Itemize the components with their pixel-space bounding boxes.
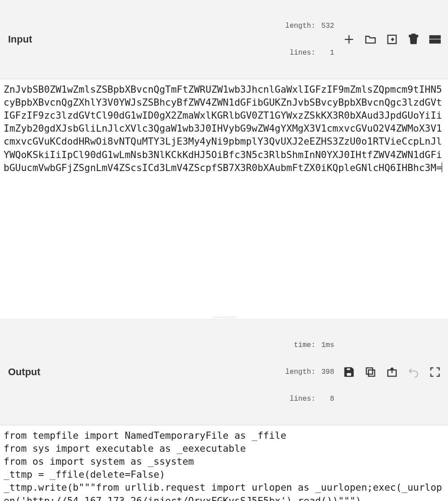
copy-icon[interactable] [364,365,377,379]
fullscreen-icon[interactable] [428,365,442,379]
output-time-value: 1ms [318,341,334,350]
output-toolbar [342,365,442,379]
input-lines-value: 1 [318,48,334,57]
output-meta: time: 1ms length: 398 lines: 8 [284,323,334,421]
input-length-label: length: [284,21,315,30]
output-text: from tempfile import NamedTemporaryFile … [4,430,442,501]
output-time-label: time: [284,341,315,350]
svg-rect-5 [430,36,440,39]
svg-rect-7 [435,40,440,43]
input-header: Input length: 532 lines: 1 [0,0,448,79]
input-text: ZnJvbSB0ZW1wZmlsZSBpbXBvcnQgTmFtZWRUZW1w… [4,84,442,173]
output-length-value: 398 [318,368,334,377]
input-textarea[interactable]: ZnJvbSB0ZW1wZmlsZSBpbXBvcnQgTmFtZWRUZW1w… [0,79,448,319]
open-file-icon[interactable] [385,33,399,46]
folder-icon[interactable] [364,33,377,46]
text-caret [442,163,442,172]
output-header: Output time: 1ms length: 398 lines: 8 [0,319,448,425]
output-title: Output [8,366,40,378]
input-header-right: length: 532 lines: 1 [284,4,442,75]
output-length-label: length: [284,368,315,377]
input-meta: length: 532 lines: 1 [284,4,334,75]
plus-icon[interactable] [342,33,356,46]
input-title: Input [8,34,32,45]
svg-rect-9 [346,373,352,376]
svg-rect-4 [412,34,415,35]
input-toolbar [342,33,442,46]
svg-rect-8 [346,368,350,371]
svg-rect-11 [366,368,373,374]
save-icon[interactable] [342,365,356,379]
output-lines-label: lines: [284,394,315,403]
svg-rect-6 [430,40,435,43]
output-lines-value: 8 [318,394,334,403]
input-lines-label: lines: [284,48,315,57]
panels-icon[interactable] [428,33,442,46]
output-textarea[interactable]: from tempfile import NamedTemporaryFile … [0,425,448,501]
svg-rect-10 [368,370,375,376]
undo-icon[interactable] [407,365,420,379]
export-up-icon[interactable] [385,365,399,379]
output-header-right: time: 1ms length: 398 lines: 8 [284,323,442,421]
input-length-value: 532 [318,21,334,30]
trash-icon[interactable] [407,33,420,46]
